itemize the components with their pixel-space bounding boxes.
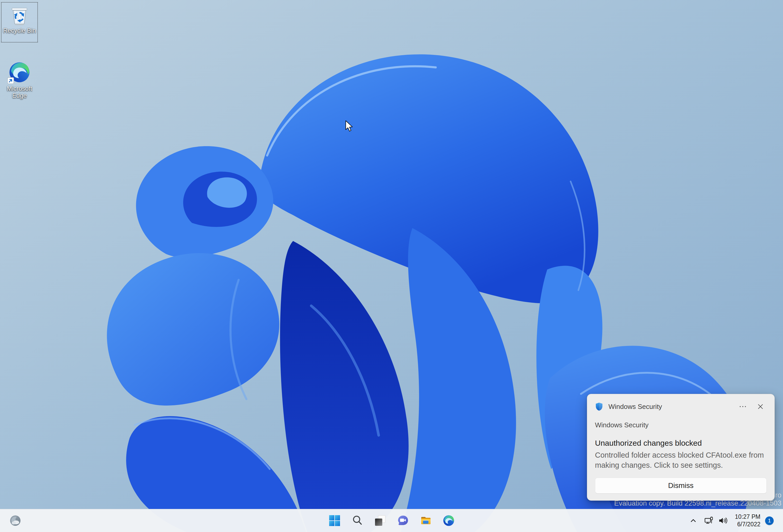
- search-button[interactable]: [349, 512, 366, 529]
- network-button[interactable]: [704, 516, 714, 525]
- clock-time: 10:27 PM: [734, 513, 760, 521]
- chat-icon: [397, 514, 409, 527]
- windows-security-toast[interactable]: Windows Security Windows Security Unauth…: [587, 394, 775, 501]
- toast-app-name: Windows Security: [608, 403, 731, 411]
- taskbar-center-buttons: [326, 512, 457, 529]
- volume-icon: [718, 517, 728, 525]
- desktop: Recycle Bin Microsoft Edge ro Evaluation…: [0, 0, 783, 532]
- task-view-icon: [374, 514, 386, 527]
- windows-start-icon: [328, 514, 341, 527]
- more-options-icon: [740, 405, 746, 408]
- file-explorer-icon: [420, 514, 432, 527]
- chevron-up-icon: [690, 518, 697, 524]
- windows-security-shield-icon: [595, 402, 603, 411]
- recycle-bin-icon: [10, 5, 29, 25]
- widgets-weather-icon: [9, 514, 22, 527]
- widgets-button[interactable]: [7, 512, 24, 529]
- toast-header: Windows Security: [595, 401, 767, 412]
- volume-button[interactable]: [718, 517, 728, 525]
- desktop-icon-recycle-bin[interactable]: Recycle Bin: [1, 2, 38, 42]
- notification-count-badge[interactable]: 1: [765, 517, 774, 525]
- task-view-button[interactable]: [372, 512, 389, 529]
- desktop-icon-microsoft-edge[interactable]: Microsoft Edge: [1, 59, 38, 99]
- desktop-icon-label: Recycle Bin: [3, 27, 36, 34]
- clock-date: 6/7/2022: [734, 521, 760, 528]
- start-button[interactable]: [326, 512, 343, 529]
- clock[interactable]: 10:27 PM 6/7/2022: [734, 513, 760, 528]
- file-explorer-button[interactable]: [417, 512, 434, 529]
- close-icon: [758, 404, 763, 409]
- toast-more-options-button[interactable]: [737, 401, 749, 412]
- search-icon: [352, 515, 363, 526]
- dismiss-button[interactable]: Dismiss: [595, 477, 767, 494]
- toast-close-button[interactable]: [754, 401, 767, 412]
- edge-browser-button[interactable]: [440, 512, 457, 529]
- edge-icon: [443, 514, 455, 527]
- toast-message: Controlled folder access blocked CFAtool…: [595, 450, 768, 470]
- toast-headline: Unauthorized changes blocked: [595, 439, 702, 447]
- tray-overflow-button[interactable]: [687, 512, 699, 529]
- system-tray: 10:27 PM 6/7/2022 1: [687, 509, 783, 532]
- desktop-icon-label: Microsoft Edge: [2, 85, 37, 99]
- network-icon: [704, 516, 714, 525]
- taskbar: 10:27 PM 6/7/2022 1: [0, 509, 783, 532]
- shortcut-arrow-icon: [7, 77, 14, 84]
- chat-button[interactable]: [395, 512, 412, 529]
- toast-subtitle: Windows Security: [595, 421, 649, 429]
